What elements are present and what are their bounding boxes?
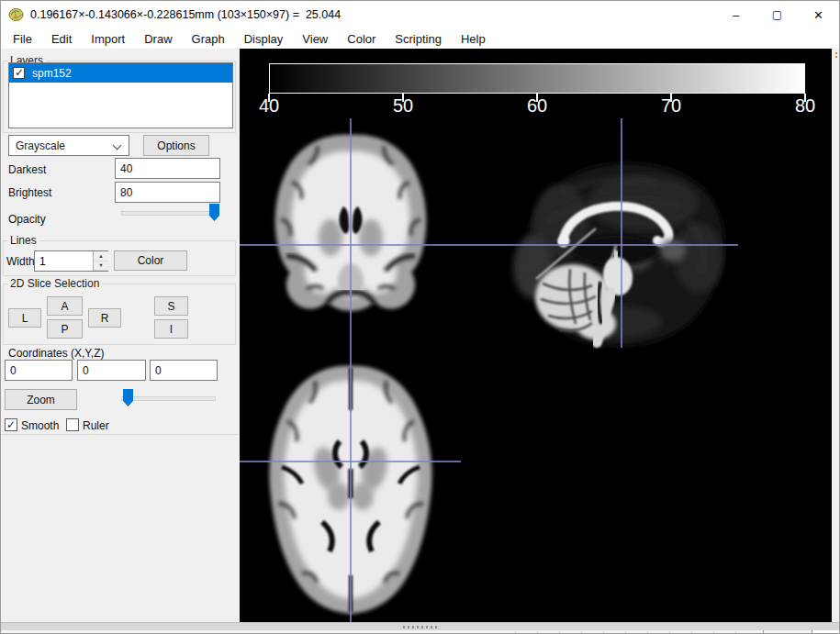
background-divider (763, 630, 764, 634)
line-color-button[interactable]: Color (114, 250, 187, 271)
bottom-splitter[interactable] (1, 622, 840, 630)
colorbar-label-80: 80 (795, 95, 815, 117)
title-bar: 0.196167×-0.143066×-0.228615mm (103×150×… (1, 1, 839, 28)
menu-view[interactable]: View (296, 30, 334, 48)
menu-import[interactable]: Import (84, 30, 131, 48)
lines-group-label: Lines (7, 234, 39, 247)
window-title: 0.196167×-0.143066×-0.228615mm (103×150×… (30, 8, 341, 21)
menu-scripting[interactable]: Scripting (388, 30, 448, 48)
darkest-input[interactable] (115, 158, 220, 179)
brightest-input[interactable] (115, 182, 220, 203)
smooth-checkbox[interactable]: ✓ (5, 418, 17, 431)
superior-button[interactable]: S (154, 296, 188, 316)
opacity-slider-thumb[interactable] (209, 204, 219, 221)
options-button[interactable]: Options (143, 135, 209, 156)
colorbar-label-70: 70 (661, 95, 681, 117)
right-button[interactable]: R (88, 308, 121, 328)
background-scrollbar (812, 630, 840, 634)
coordinate-x-input[interactable] (5, 360, 73, 381)
grip-dots-icon (835, 56, 837, 58)
menu-color[interactable]: Color (341, 30, 382, 48)
intensity-colorbar (269, 63, 805, 94)
slice-selection-label: 2D Slice Selection (7, 277, 102, 290)
coordinates-label: Coordinates (X,Y,Z) (8, 347, 105, 360)
crosshair-vertical-coronal-axial (350, 118, 352, 622)
layer-name: spm152 (32, 67, 72, 80)
anterior-button[interactable]: A (47, 296, 83, 316)
crosshair-vertical-sagittal (621, 118, 622, 348)
brightest-label: Brightest (8, 186, 51, 199)
darkest-label: Darkest (8, 163, 46, 176)
menu-help[interactable]: Help (454, 30, 492, 48)
inferior-button[interactable]: I (154, 319, 188, 339)
colorbar-label-40: 40 (259, 95, 279, 117)
ruler-label: Ruler (83, 419, 109, 432)
coordinate-y-input[interactable] (77, 360, 146, 381)
check-icon: ✓ (6, 418, 16, 431)
window-controls: – ▢ ✕ (715, 1, 839, 28)
colormap-select[interactable]: Grayscale (8, 135, 129, 156)
close-icon[interactable]: ✕ (798, 1, 839, 28)
check-icon: ✓ (15, 66, 24, 79)
colorbar-label-60: 60 (527, 95, 547, 117)
zoom-slider-thumb[interactable] (123, 389, 133, 406)
slice-viewer[interactable]: 40 50 60 70 80 (240, 49, 832, 622)
menu-graph[interactable]: Graph (185, 30, 231, 48)
spin-down-icon[interactable]: ▼ (94, 261, 108, 272)
control-panel: Layers ✓ spm152 Grayscale Options Darkes… (1, 49, 240, 622)
grip-dots-icon (835, 52, 837, 54)
spinner-buttons: ▲ ▼ (93, 251, 107, 271)
ruler-checkbox[interactable] (66, 418, 79, 431)
line-width-input[interactable] (35, 251, 92, 271)
menu-edit[interactable]: Edit (45, 30, 78, 48)
layer-row-spm152[interactable]: ✓ spm152 (9, 63, 232, 83)
line-width-label: Width (6, 255, 35, 268)
chevron-down-icon (113, 141, 122, 150)
background-window-edge (1, 630, 840, 634)
crosshair-horizontal-top (240, 244, 738, 246)
colorbar-label-50: 50 (393, 95, 413, 117)
minimize-icon[interactable]: – (715, 1, 756, 28)
grip-dots-icon (403, 626, 440, 628)
coordinate-z-input[interactable] (150, 360, 218, 381)
zoom-button[interactable]: Zoom (5, 389, 77, 410)
layers-listbox[interactable]: ✓ spm152 (8, 62, 233, 128)
menu-display[interactable]: Display (238, 30, 290, 48)
posterior-button[interactable]: P (47, 319, 83, 339)
panel-divider (1, 434, 238, 435)
crosshair-horizontal-axial (240, 461, 461, 462)
application-window: 0.196167×-0.143066×-0.228615mm (103×150×… (0, 0, 840, 634)
opacity-slider-track[interactable] (121, 211, 218, 216)
menu-bar: File Edit Import Draw Graph Display View… (1, 28, 839, 49)
menu-file[interactable]: File (6, 30, 39, 48)
layer-visibility-checkbox[interactable]: ✓ (13, 67, 25, 79)
right-splitter[interactable] (832, 49, 840, 622)
spin-up-icon[interactable]: ▲ (94, 251, 108, 261)
left-button[interactable]: L (8, 308, 41, 328)
line-width-spinner[interactable]: ▲ ▼ (34, 250, 108, 272)
menu-draw[interactable]: Draw (138, 30, 178, 48)
maximize-icon[interactable]: ▢ (756, 1, 798, 28)
colormap-value: Grayscale (16, 139, 65, 152)
zoom-slider-track[interactable] (121, 396, 216, 401)
smooth-label: Smooth (21, 419, 59, 432)
brain-app-icon (8, 7, 24, 22)
opacity-label: Opacity (8, 213, 46, 226)
